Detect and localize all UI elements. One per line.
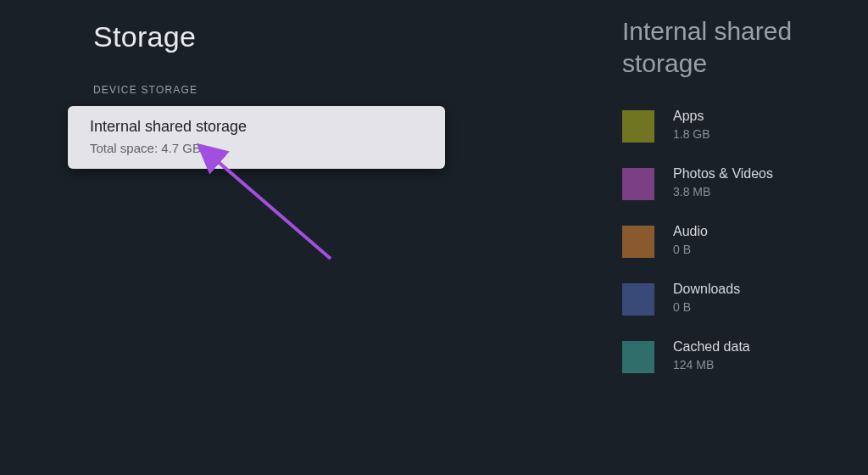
category-size: 0 B: [673, 243, 708, 256]
category-size: 124 MB: [673, 358, 750, 372]
storage-card-title: Internal shared storage: [90, 118, 423, 136]
category-label: Audio: [673, 224, 708, 239]
category-label: Downloads: [673, 282, 740, 297]
svg-line-1: [214, 159, 331, 259]
category-row[interactable]: Cached data 124 MB: [622, 339, 868, 373]
left-panel: Storage DEVICE STORAGE Internal shared s…: [0, 0, 542, 169]
category-swatch: [622, 341, 654, 373]
category-row[interactable]: Audio 0 B: [622, 224, 868, 258]
category-label: Photos & Videos: [673, 166, 773, 182]
category-size: 1.8 GB: [673, 127, 710, 141]
category-swatch: [622, 226, 654, 258]
category-row[interactable]: Photos & Videos 3.8 MB: [622, 166, 868, 200]
category-label: Apps: [673, 109, 710, 124]
internal-storage-card[interactable]: Internal shared storage Total space: 4.7…: [68, 106, 445, 169]
page-title: Storage: [93, 20, 542, 53]
category-row[interactable]: Downloads 0 B: [622, 282, 868, 316]
category-swatch: [622, 168, 654, 200]
category-size: 0 B: [673, 300, 740, 314]
storage-card-subtitle: Total space: 4.7 GB: [90, 141, 423, 155]
right-panel: Internal shared storage Apps 1.8 GB Phot…: [622, 15, 868, 397]
category-swatch: [622, 283, 654, 316]
category-size: 3.8 MB: [673, 185, 773, 198]
category-row[interactable]: Apps 1.8 GB: [622, 109, 868, 142]
detail-title: Internal shared storage: [622, 15, 868, 80]
section-header-device-storage: DEVICE STORAGE: [93, 84, 542, 96]
category-swatch: [622, 110, 654, 142]
category-label: Cached data: [673, 339, 750, 355]
